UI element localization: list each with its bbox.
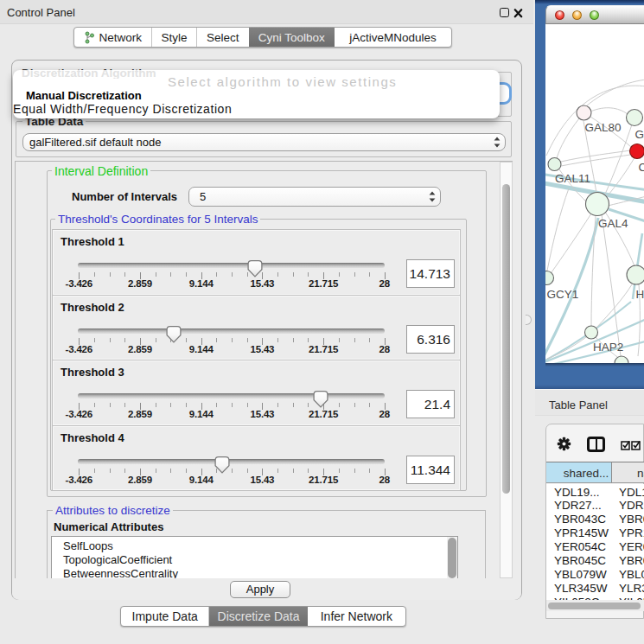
svg-text:GCY1: GCY1	[547, 288, 579, 301]
svg-text:H: H	[636, 288, 644, 301]
svg-text:C: C	[639, 161, 644, 174]
svg-text:GAL11: GAL11	[555, 172, 590, 185]
svg-text:GA: GA	[635, 128, 644, 141]
svg-text:GAL80: GAL80	[585, 121, 622, 134]
svg-text:HAP2: HAP2	[593, 341, 623, 354]
svg-text:GAL4: GAL4	[598, 217, 628, 230]
